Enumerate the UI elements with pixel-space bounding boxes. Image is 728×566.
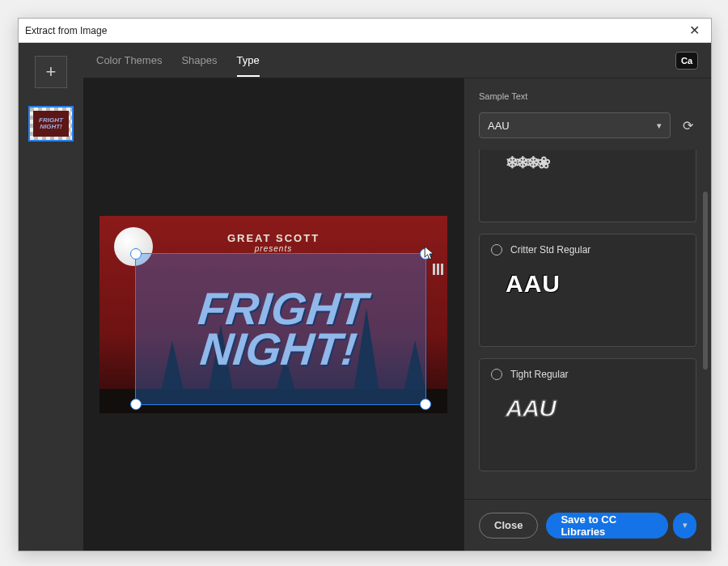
dialog-footer: Close Save to CC Libraries ▾ <box>464 499 711 551</box>
capture-badge[interactable]: Ca <box>675 52 698 70</box>
dialog-window: Extract from Image ✕ + FRIGHT NIGHT! Col… <box>18 18 712 551</box>
content-row: GREAT SCOTT presents FRIGHT NIGHT! <box>83 78 711 551</box>
refresh-icon[interactable]: ⟳ <box>679 116 696 134</box>
dialog-body: + FRIGHT NIGHT! Color Themes Shapes Type… <box>19 43 711 551</box>
font-preview: AAU <box>491 270 684 298</box>
close-button[interactable]: Close <box>479 513 538 539</box>
font-preview: ❄❄❄❀ <box>491 153 684 172</box>
add-image-button[interactable]: + <box>35 56 67 88</box>
font-radio[interactable] <box>491 244 502 256</box>
window-title: Extract from Image <box>25 25 107 36</box>
resize-handle-br[interactable] <box>420 399 431 410</box>
close-icon[interactable]: ✕ <box>684 21 705 40</box>
resize-handle-tl[interactable] <box>130 248 142 260</box>
sample-text-select[interactable]: AAU ▾ <box>479 112 671 138</box>
results-scroll: Sample Text AAU ▾ ⟳ ❄❄❄❀ <box>464 78 711 499</box>
tab-color-themes[interactable]: Color Themes <box>96 44 162 76</box>
font-name-label: Critter Std Regular <box>510 244 590 256</box>
source-image: GREAT SCOTT presents FRIGHT NIGHT! <box>99 216 447 413</box>
titlebar: Extract from Image ✕ <box>19 19 711 43</box>
resize-handle-bl[interactable] <box>130 399 142 410</box>
thumbnail-column: + FRIGHT NIGHT! <box>19 43 83 551</box>
sample-text-value: AAU <box>488 120 510 132</box>
resize-handle-tr[interactable] <box>420 248 431 260</box>
font-result-card[interactable]: ❄❄❄❀ <box>479 150 696 222</box>
chevron-down-icon: ▾ <box>683 520 688 530</box>
scrollbar[interactable] <box>703 192 708 370</box>
tab-bar: Color Themes Shapes Type Ca <box>83 43 711 78</box>
image-thumbnail[interactable]: FRIGHT NIGHT! <box>28 106 74 142</box>
tab-shapes[interactable]: Shapes <box>181 44 217 76</box>
poster-header: GREAT SCOTT presents <box>99 232 447 253</box>
font-radio-row: Tight Regular <box>491 369 684 380</box>
font-radio-row: Critter Std Regular <box>491 244 684 256</box>
save-dropdown-button[interactable]: ▾ <box>673 513 696 539</box>
sample-row: AAU ▾ ⟳ <box>479 112 696 138</box>
results-panel: Sample Text AAU ▾ ⟳ ❄❄❄❀ <box>463 78 711 551</box>
sample-text-label: Sample Text <box>479 91 696 101</box>
font-radio[interactable] <box>491 369 502 380</box>
main-area: Color Themes Shapes Type Ca <box>83 43 711 551</box>
thumbnail-preview: FRIGHT NIGHT! <box>33 111 69 137</box>
font-name-label: Tight Regular <box>510 369 569 380</box>
panel-toggle-icon[interactable] <box>433 264 443 275</box>
chevron-down-icon: ▾ <box>657 120 662 131</box>
tab-type[interactable]: Type <box>237 44 260 76</box>
font-preview: AAU <box>491 395 684 422</box>
font-result-card[interactable]: Critter Std Regular AAU <box>479 234 696 347</box>
font-result-card[interactable]: Tight Regular AAU <box>479 358 696 471</box>
canvas-area[interactable]: GREAT SCOTT presents FRIGHT NIGHT! <box>83 78 463 551</box>
poster-title: FRIGHT NIGHT! <box>128 254 434 404</box>
save-to-libraries-button[interactable]: Save to CC Libraries <box>546 513 668 539</box>
selection-box[interactable]: FRIGHT NIGHT! <box>135 253 426 405</box>
